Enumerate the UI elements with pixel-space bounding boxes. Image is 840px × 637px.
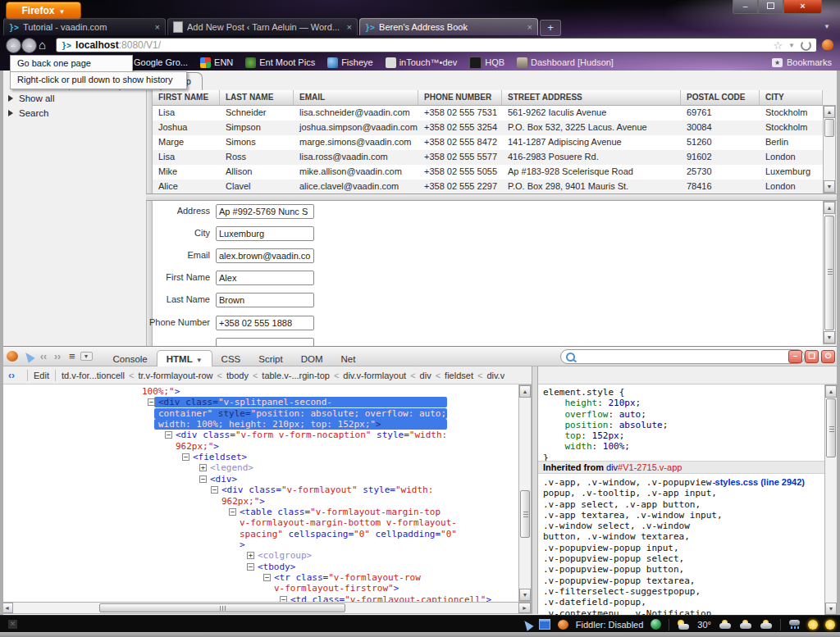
node-collapse-icon[interactable]: − [247,563,254,571]
tab-beren-s-address-book[interactable]: }>Beren's Address Book× [359,18,538,35]
app-window-icon[interactable] [539,619,550,630]
scroll-down-icon[interactable]: ▼ [825,603,837,615]
minimize-button[interactable]: – [733,0,758,14]
panel-divider[interactable] [532,366,538,614]
html-tree-line[interactable]: <tr class="v-formlayout-row [274,572,421,583]
tab-close-icon[interactable]: × [527,22,532,32]
scroll-down-icon[interactable]: ▼ [824,331,835,344]
html-tree-line[interactable]: container" style="position: absolute; ov… [154,408,447,419]
breadcrumb-item[interactable]: div.v-for [486,371,504,380]
bookmarks-menu-button[interactable]: ★ Bookmarks [772,54,832,71]
scrollbar-thumb[interactable] [826,398,836,457]
tab-close-icon[interactable]: × [155,22,160,32]
html-tree-line[interactable]: <div class="v-form v-form-nocaption" sty… [176,430,447,440]
html-tree-line[interactable]: <div> [210,474,237,485]
bookmark-dashboard-hudson[interactable]: Dashboard [Hudson] [517,57,614,68]
globe-icon[interactable] [651,619,661,630]
bookmark-ent-moot-pics[interactable]: Ent Moot Pics [245,57,315,68]
html-tree-line[interactable]: <colgroup> [258,550,312,561]
tab-close-icon[interactable]: × [347,22,352,32]
html-tree-line[interactable]: 962px;"> [221,496,265,507]
taskbar-app-icon[interactable]: ✕ [8,620,17,629]
rain-cloud-icon[interactable] [788,620,801,630]
column-header-phone-number[interactable]: PHONE NUMBER [418,90,502,105]
html-tree-line[interactable]: 100%;"> [142,386,180,397]
column-header-postal-code[interactable]: POSTAL CODE [681,90,760,105]
firebug-tab-console[interactable]: Console [104,351,157,366]
node-collapse-icon[interactable]: − [165,431,172,439]
form-input-phone-number[interactable]: +358 02 555 1888 [216,316,314,330]
form-input-address[interactable]: Ap #992-5769 Nunc S [216,204,314,219]
html-tree-line[interactable]: <legend> [210,462,253,473]
node-collapse-icon[interactable]: − [182,453,189,461]
inherited-node-class[interactable]: .v-app [657,462,682,472]
scrollbar-thumb[interactable] [824,119,834,137]
sidebar-item-search[interactable]: Search [8,107,48,120]
html-tree-line[interactable]: <div class="v-splitpanel-second- [154,397,447,407]
firebug-tab-css[interactable]: CSS [212,351,250,366]
panel-menu-icon[interactable]: ≡ [69,350,75,362]
scroll-up-icon[interactable]: ▲ [519,385,531,398]
html-tree-line[interactable]: > [240,539,245,550]
firebug-close-button[interactable]: ⏻ [821,350,835,363]
firebug-tab-script[interactable]: Script [249,351,291,366]
css-property[interactable]: position: absolute; [543,420,668,430]
cloud-icon[interactable] [739,620,752,629]
form-scrollbar[interactable]: ▲ ▼ [823,201,836,344]
back-button[interactable]: ← [6,38,21,53]
firebug-tab-net[interactable]: Net [332,351,365,366]
css-property[interactable]: overflow: auto; [543,409,668,420]
horizontal-splitter[interactable] [146,193,840,201]
url-bar[interactable]: }> localhost:8080/V1/ ☆ ▼ [56,38,817,52]
firebug-tab-dom[interactable]: DOM [292,351,332,366]
firebug-icon[interactable] [558,620,568,630]
table-row[interactable]: JoshuaSimpsonjoshua.simpson@vaadin.com+3… [153,121,823,135]
form-input-email[interactable]: alex.brown@vaadin.co [216,248,314,263]
bookmark-star-icon[interactable]: ☆ [773,39,783,52]
sidebar-item-show-all[interactable]: Show all [8,92,54,105]
url-dropdown-icon[interactable]: ▼ [788,42,795,49]
scroll-up-icon[interactable]: ▲ [824,106,835,118]
inspect-icon[interactable] [521,618,533,631]
node-collapse-icon[interactable]: − [263,574,271,581]
new-tab-button[interactable]: + [540,20,561,36]
tab-tutorial-vaadin-com[interactable]: }>Tutorial - vaadin.com× [3,18,166,35]
firebug-icon[interactable] [7,351,18,362]
form-input-partial[interactable] [216,338,314,346]
table-row[interactable]: AliceClavelalice.clavel@vaadin.com+358 0… [153,180,823,194]
node-collapse-icon[interactable]: − [148,398,155,406]
node-collapse-icon[interactable]: − [199,475,207,483]
home-button[interactable]: ⌂ [39,38,46,52]
edit-button[interactable]: Edit [34,371,49,380]
html-tree-line[interactable]: spacing" cellspacing="0" cellpadding="0" [240,529,457,539]
tab-add-new-post-tarn-aeluin-word[interactable]: Add New Post ‹ Tarn Aeluin — Word...× [167,18,358,35]
scroll-up-icon[interactable]: ▲ [825,385,837,398]
vertical-splitter[interactable] [146,90,153,346]
css-property[interactable]: width: 100%; [543,441,668,452]
table-row[interactable]: MikeAllisonmike.allison@vaadin.com+358 0… [153,165,823,180]
table-row[interactable]: LisaSchneiderlisa.schneider@vaadin.com+3… [153,106,823,121]
breadcrumb-item[interactable]: td.v-for...tioncell [62,371,125,380]
cloud-icon[interactable] [760,620,773,629]
form-input-last-name[interactable]: Brown [216,293,314,307]
inspect-element-icon[interactable] [22,350,34,363]
form-input-first-name[interactable]: Alex [216,271,314,285]
column-header-first-name[interactable]: FIRST NAME [153,90,220,105]
inherited-node-tag[interactable]: div [606,462,618,472]
css-property[interactable]: top: 152px; [543,430,668,441]
firebug-tab-html[interactable]: HTML▼ [157,350,212,366]
html-tree-panel[interactable]: 100%;">−<div class="v-splitpanel-second-… [0,384,518,602]
breadcrumb-item[interactable]: table.v-...rgin-top [262,371,330,380]
bookmark-intouch-dev[interactable]: inTouch™•dev [386,57,458,68]
scroll-right-icon[interactable]: ► [518,603,531,613]
table-row[interactable]: MargeSimonsmarge.simons@vaadin.com+358 0… [153,135,823,150]
html-tree-line[interactable]: <div class="v-formlayout" style="width: [221,485,433,495]
sun-cloud-icon[interactable] [677,620,690,630]
scroll-up-icon[interactable]: ▲ [824,202,835,214]
html-panel-hscrollbar[interactable]: ◄ ► [0,602,532,614]
breadcrumb-item[interactable]: div [420,371,431,380]
scroll-down-icon[interactable]: ▼ [824,180,835,193]
breadcrumb-item[interactable]: fieldset [445,371,473,380]
css-property[interactable]: height: 210px; [543,398,668,408]
forward-button[interactable]: → [21,38,37,53]
